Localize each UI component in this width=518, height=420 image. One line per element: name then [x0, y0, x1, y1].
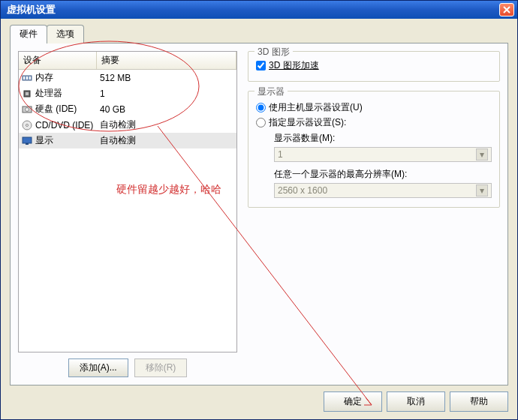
max-res-label: 任意一个显示器的最高分辨率(M):	[274, 168, 492, 181]
accel-3d-label[interactable]: 3D 图形加速	[269, 59, 319, 72]
svg-rect-2	[26, 76, 28, 80]
device-list: 设备 摘要 内存512 MB处理器1硬盘 (IDE)40 GBCD/DVD (I…	[18, 51, 237, 352]
table-row[interactable]: 显示自动检测	[19, 133, 236, 148]
svg-point-9	[26, 124, 29, 126]
cpu-icon	[22, 88, 32, 99]
display-count-select: 1 ▾	[274, 147, 492, 162]
group-displays: 显示器 使用主机显示器设置(U) 指定显示器设置(S): 显示器数量(M):	[248, 91, 500, 208]
memory-icon	[22, 73, 32, 83]
device-summary: 40 GB	[97, 102, 236, 116]
col-header-summary[interactable]: 摘要	[97, 52, 236, 69]
checkbox-icon	[256, 61, 266, 70]
svg-rect-3	[29, 76, 31, 80]
table-row[interactable]: 内存512 MB	[19, 70, 236, 86]
remove-hardware-button: 移除(R)	[134, 358, 188, 377]
table-row[interactable]: CD/DVD (IDE)自动检测	[19, 117, 236, 133]
tab-options[interactable]: 选项	[47, 25, 84, 44]
device-name: 显示	[35, 134, 53, 147]
add-hardware-button[interactable]: 添加(A)...	[68, 358, 128, 377]
hardware-right-pane: 3D 图形 3D 图形加速 显示器 使用主机显示器设置(U)	[237, 51, 500, 377]
window-title: 虚拟机设置	[4, 3, 56, 16]
settings-window: 虚拟机设置 硬件 选项 设备 摘要 内存512 MB处理器1硬盘 (IDE)	[0, 0, 518, 420]
ok-button[interactable]: 确定	[324, 392, 382, 412]
chevron-down-icon: ▾	[476, 148, 488, 160]
table-row[interactable]: 硬盘 (IDE)40 GB	[19, 101, 236, 117]
dialog-button-bar: 确定 取消 帮助	[1, 386, 517, 419]
close-icon	[503, 6, 510, 14]
device-name: 硬盘 (IDE)	[35, 103, 77, 116]
client-area: 硬件 选项 设备 摘要 内存512 MB处理器1硬盘 (IDE)40 GBCD/…	[1, 19, 517, 419]
device-summary: 自动检测	[97, 118, 236, 132]
svg-rect-5	[26, 92, 29, 95]
display-count-value: 1	[278, 149, 283, 160]
group-3d-graphics: 3D 图形 3D 图形加速	[248, 51, 500, 82]
hardware-left-pane: 设备 摘要 内存512 MB处理器1硬盘 (IDE)40 GBCD/DVD (I…	[18, 51, 237, 377]
accel-3d-checkbox[interactable]	[256, 61, 266, 70]
radio-use-host-label[interactable]: 使用主机显示器设置(U)	[269, 101, 363, 114]
svg-rect-10	[23, 137, 32, 143]
disk-icon	[22, 104, 32, 115]
device-summary: 512 MB	[97, 70, 236, 85]
radio-specify-label[interactable]: 指定显示器设置(S):	[269, 116, 346, 129]
svg-rect-1	[23, 76, 25, 80]
cancel-button[interactable]: 取消	[387, 392, 445, 412]
chevron-down-icon: ▾	[476, 184, 488, 196]
device-summary: 自动检测	[97, 134, 236, 148]
close-button[interactable]	[499, 3, 514, 16]
device-name: CD/DVD (IDE)	[35, 120, 93, 130]
device-name: 处理器	[35, 87, 62, 100]
tab-hardware[interactable]: 硬件	[10, 25, 47, 44]
device-summary: 1	[97, 86, 236, 100]
col-header-device[interactable]: 设备	[19, 52, 97, 69]
cd-icon	[22, 120, 32, 130]
title-bar: 虚拟机设置	[1, 1, 517, 19]
max-res-value: 2560 x 1600	[278, 185, 327, 196]
group-displays-title: 显示器	[254, 86, 288, 98]
radio-specify[interactable]	[256, 118, 266, 128]
display-count-label: 显示器数量(M):	[274, 132, 492, 145]
table-row[interactable]: 处理器1	[19, 86, 236, 101]
radio-use-host[interactable]	[256, 103, 266, 112]
svg-point-7	[26, 107, 29, 111]
help-button[interactable]: 帮助	[450, 392, 508, 412]
max-res-select: 2560 x 1600 ▾	[274, 183, 492, 198]
device-list-header: 设备 摘要	[19, 52, 236, 70]
tab-panel-hardware: 设备 摘要 内存512 MB处理器1硬盘 (IDE)40 GBCD/DVD (I…	[10, 43, 508, 386]
svg-rect-11	[26, 143, 29, 145]
display-icon	[22, 136, 32, 146]
device-name: 内存	[35, 71, 53, 84]
group-3d-title: 3D 图形	[254, 46, 293, 58]
tab-strip: 硬件 选项	[10, 25, 508, 44]
